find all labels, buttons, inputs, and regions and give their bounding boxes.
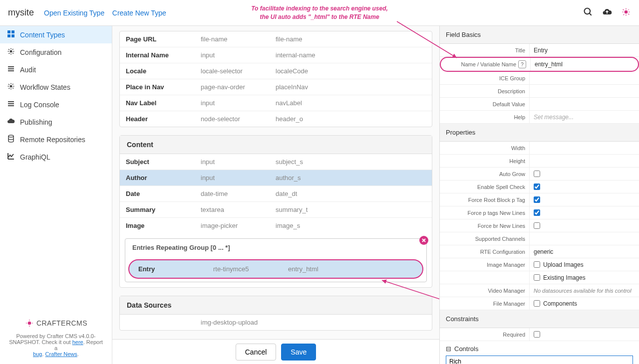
constraints-header: Constraints <box>440 310 639 328</box>
ice-value[interactable] <box>530 72 639 84</box>
nodata: No datasources available for this contro… <box>534 288 632 294</box>
sidebar-item-graphiql[interactable]: GraphiQL <box>0 148 112 166</box>
field-name: file-name <box>276 35 302 43</box>
entry-field-row[interactable]: Entry rte-tinymce5 entry_html <box>128 259 423 279</box>
controls-title[interactable]: ⊟Controls <box>446 345 633 353</box>
search-icon[interactable] <box>583 7 593 18</box>
field-label: Summary <box>126 206 201 213</box>
svg-point-15 <box>8 135 13 137</box>
svg-rect-4 <box>11 30 14 33</box>
field-row-date_dt[interactable]: Datedate-timedate_dt <box>120 186 432 202</box>
height-value[interactable] <box>530 155 639 167</box>
sidebar-item-workflow-states[interactable]: Workflow States <box>0 78 112 96</box>
properties-panel: Field Basics TitleEntry Name / Variable … <box>439 26 639 364</box>
field-row-navLabel[interactable]: Nav LabelinputnavLabel <box>120 95 432 111</box>
repeating-group[interactable]: Entries Repeating Group [0 ... *] Entry … <box>125 238 427 282</box>
ds-type: img-desktop-upload <box>201 319 276 326</box>
here-link[interactable]: here <box>72 339 83 345</box>
sidebar-item-publishing[interactable]: Publishing <box>0 113 112 131</box>
forcep-check[interactable] <box>534 209 540 216</box>
create-new-link[interactable]: Create New Type <box>112 9 166 17</box>
field-row-internal-name[interactable]: Internal Nameinputinternal-name <box>120 47 432 63</box>
spell-check[interactable] <box>534 183 540 190</box>
required-check[interactable] <box>534 331 540 338</box>
field-name: internal-name <box>276 51 316 59</box>
forcebr-check[interactable] <box>534 222 540 229</box>
field-row-summary_t[interactable]: Summarytextareasummary_t <box>120 202 432 218</box>
forcebr-label: Force br New Lines <box>440 219 530 232</box>
gear-icon <box>7 82 15 92</box>
controls-search-input[interactable] <box>446 356 633 364</box>
collapse-icon[interactable]: ⊟ <box>446 345 451 353</box>
entry-name: entry_html <box>288 265 319 273</box>
publish-icon[interactable] <box>602 7 612 18</box>
existing-label: Existing Images <box>543 274 586 281</box>
field-type: input <box>201 99 276 107</box>
cancel-button[interactable]: Cancel <box>236 344 277 361</box>
news-link[interactable]: Crafter News <box>45 351 77 357</box>
field-row-header_o[interactable]: Headernode-selectorheader_o <box>120 111 432 127</box>
vidmgr-label: Video Manager <box>440 284 530 297</box>
sidebar-item-log-console[interactable]: Log Console <box>0 96 112 113</box>
cloud-icon <box>7 117 15 127</box>
sidebar-item-audit[interactable]: Audit <box>0 61 112 78</box>
svg-point-0 <box>585 8 591 14</box>
forceroot-label: Force Root Block p Tag <box>440 193 530 206</box>
bug-link[interactable]: bug <box>33 351 42 357</box>
sidebar-item-label: Audit <box>20 66 36 74</box>
button-bar: Cancel Save <box>112 339 439 364</box>
field-type: image-picker <box>201 222 276 229</box>
entry-label: Entry <box>138 265 213 273</box>
existing-check[interactable] <box>534 274 540 281</box>
forceroot-check[interactable] <box>534 196 540 203</box>
open-existing-link[interactable]: Open Existing Type <box>44 9 104 17</box>
components-label: Components <box>543 300 577 307</box>
title-value[interactable]: Entry <box>530 44 639 56</box>
save-button[interactable]: Save <box>281 344 316 361</box>
repeat-title: Entries Repeating Group [0 ... *] <box>125 239 426 256</box>
name-value[interactable]: entry_html <box>531 58 638 71</box>
field-name: navLabel <box>276 99 302 107</box>
field-row-subject_s[interactable]: Subjectinputsubject_s <box>120 154 432 170</box>
field-label: Nav Label <box>126 99 201 107</box>
field-name: date_dt <box>276 190 297 197</box>
channels-label: Supported Channels <box>440 232 530 245</box>
sidebar-footer: CRAFTERCMS Powered by Crafter CMS v4.0.0… <box>0 311 112 364</box>
db-icon <box>7 135 15 144</box>
sidebar-item-content-types[interactable]: Content Types <box>0 26 112 43</box>
field-row-file-name[interactable]: Page URLfile-namefile-name <box>120 31 432 47</box>
field-type: date-time <box>201 190 276 197</box>
autogrow-check[interactable] <box>534 171 540 177</box>
svg-rect-3 <box>7 30 10 33</box>
site-name: mysite <box>8 7 34 18</box>
list-icon <box>7 100 15 109</box>
entry-type: rte-tinymce5 <box>213 265 288 273</box>
width-value[interactable] <box>530 142 639 154</box>
components-check[interactable] <box>534 300 540 307</box>
name-label: Name / Variable Name? <box>441 58 531 71</box>
close-icon[interactable] <box>419 236 428 245</box>
field-row-author_s[interactable]: Authorinputauthor_s <box>120 170 432 186</box>
default-value[interactable] <box>530 98 639 110</box>
field-type: input <box>201 158 276 166</box>
imgmgr-label: Image Manager <box>440 258 530 271</box>
datasources-section: Data Sources img-desktop-upload <box>119 296 432 331</box>
rteconfig-value[interactable]: generic <box>530 245 639 258</box>
field-row-placeInNav[interactable]: Place in Navpage-nav-orderplaceInNav <box>120 79 432 95</box>
field-name: summary_t <box>276 206 308 213</box>
field-row-image_s[interactable]: Imageimage-pickerimage_s <box>120 218 432 233</box>
field-name: header_o <box>276 115 303 123</box>
upload-check[interactable] <box>534 261 540 268</box>
desc-value[interactable] <box>530 85 639 97</box>
channels-value[interactable] <box>530 232 639 245</box>
help-value[interactable]: Set message... <box>530 111 639 123</box>
app-logo-icon[interactable] <box>621 7 631 18</box>
sidebar-item-remote-repositories[interactable]: Remote Repositories <box>0 131 112 148</box>
sidebar-item-configuration[interactable]: Configuration <box>0 43 112 61</box>
sidebar-item-label: Configuration <box>20 48 61 56</box>
spell-label: Enable Spell Check <box>440 181 530 193</box>
form-editor: Page URLfile-namefile-nameInternal Namei… <box>112 26 439 364</box>
help-icon[interactable]: ? <box>518 60 526 68</box>
field-row-localeCode[interactable]: Localelocale-selectorlocaleCode <box>120 63 432 79</box>
upload-label: Upload Images <box>543 261 584 268</box>
